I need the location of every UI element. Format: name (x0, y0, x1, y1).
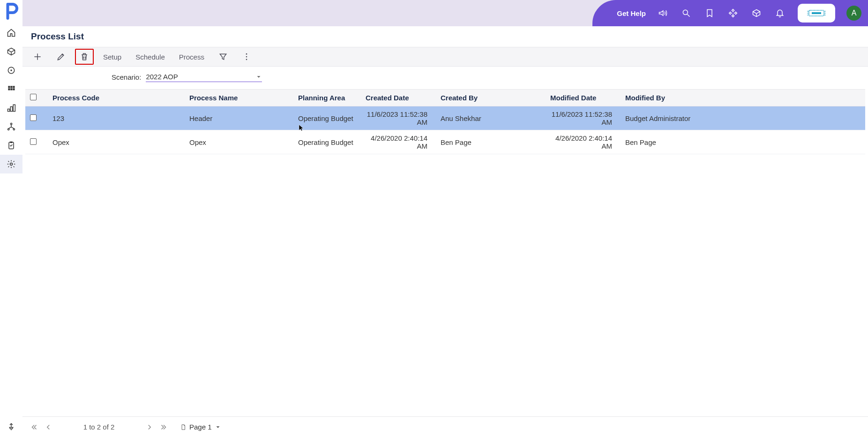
svg-point-12 (8, 128, 9, 130)
filter-button[interactable] (214, 49, 232, 65)
svg-rect-3 (10, 86, 12, 88)
row-checkbox[interactable] (30, 138, 37, 145)
col-modified-date[interactable]: Modified Date (546, 90, 621, 106)
cell-modified-by: Ben Page (621, 130, 865, 154)
col-process-name[interactable]: Process Name (185, 90, 293, 106)
select-all-checkbox[interactable] (30, 94, 37, 100)
cell-process-code: 123 (48, 106, 185, 130)
toolbar: Setup Schedule Process (22, 47, 868, 67)
page-label: Page 1 (189, 423, 212, 431)
cell-created-by: Anu Shekhar (436, 106, 546, 130)
svg-point-29 (246, 59, 247, 60)
page-title: Process List (31, 31, 84, 42)
svg-rect-7 (13, 88, 15, 90)
cell-modified-date: 11/6/2023 11:52:38 AM (546, 106, 621, 130)
cell-process-code: Opex (48, 130, 185, 154)
page-select[interactable]: Page 1 (180, 423, 221, 431)
svg-rect-9 (10, 107, 12, 112)
table-row[interactable]: 123 Header Operating Budget 11/6/2023 11… (25, 106, 865, 130)
svg-rect-6 (10, 88, 12, 90)
delete-button[interactable] (75, 49, 94, 65)
svg-rect-5 (8, 88, 10, 90)
svg-rect-2 (8, 86, 10, 88)
col-planning-area[interactable]: Planning Area (293, 90, 361, 106)
svg-point-18 (733, 13, 733, 14)
bell-icon[interactable] (771, 5, 788, 22)
add-button[interactable] (28, 49, 47, 65)
cell-modified-date: 4/26/2020 2:40:14 AM (546, 130, 621, 154)
announcement-icon[interactable] (654, 5, 671, 22)
cell-created-date: 11/6/2023 11:52:38 AM (361, 106, 436, 130)
more-button[interactable] (237, 49, 256, 65)
cell-planning-area: Operating Budget (293, 130, 361, 154)
svg-point-17 (683, 10, 688, 15)
nav-home[interactable] (0, 23, 22, 42)
next-page-button[interactable] (144, 422, 155, 432)
nav-structure[interactable] (0, 98, 22, 117)
nav-settings[interactable] (0, 155, 22, 173)
col-created-by[interactable]: Created By (436, 90, 546, 106)
crosshair-icon[interactable] (725, 5, 741, 22)
svg-rect-15 (10, 142, 13, 143)
scenario-label: Scenario: (112, 73, 141, 81)
cell-process-name: Header (185, 106, 293, 130)
nav-target[interactable] (0, 61, 22, 80)
cell-created-by: Ben Page (436, 130, 546, 154)
row-checkbox[interactable] (30, 114, 37, 121)
svg-point-1 (10, 69, 12, 71)
page-icon (180, 424, 187, 430)
pin-button[interactable] (0, 416, 22, 437)
setup-link[interactable]: Setup (98, 50, 126, 64)
scenario-value: 2022 AOP (146, 73, 178, 81)
first-page-button[interactable] (29, 422, 39, 432)
app-logo[interactable] (3, 3, 20, 20)
svg-point-16 (10, 163, 13, 166)
pager: 1 to 2 of 2 Page 1 (22, 416, 868, 437)
col-created-date[interactable]: Created Date (361, 90, 436, 106)
package-icon[interactable] (748, 5, 765, 22)
svg-rect-10 (13, 105, 15, 111)
left-nav (0, 0, 22, 437)
scenario-dropdown[interactable]: 2022 AOP (146, 72, 262, 82)
nav-cube[interactable] (0, 42, 22, 61)
nav-apps[interactable] (0, 80, 22, 98)
cell-created-date: 4/26/2020 2:40:14 AM (361, 130, 436, 154)
mouse-cursor (298, 124, 306, 131)
brand-chip[interactable] (798, 4, 835, 23)
svg-point-27 (246, 53, 247, 55)
table-row[interactable]: Opex Opex Operating Budget 4/26/2020 2:4… (25, 130, 865, 154)
edit-button[interactable] (52, 49, 70, 65)
svg-rect-20 (812, 12, 821, 14)
process-table: Process Code Process Name Planning Area … (25, 89, 865, 154)
top-header: Get Help (22, 0, 868, 26)
process-link[interactable]: Process (174, 50, 209, 64)
bookmark-icon[interactable] (701, 5, 718, 22)
get-help-link[interactable]: Get Help (617, 9, 646, 17)
chevron-down-icon (255, 74, 262, 80)
svg-rect-4 (13, 86, 15, 88)
col-process-code[interactable]: Process Code (48, 90, 185, 106)
svg-point-28 (246, 56, 247, 58)
search-icon[interactable] (678, 5, 695, 22)
svg-point-11 (10, 123, 12, 125)
user-avatar[interactable]: A (846, 6, 861, 21)
cell-modified-by: Budget Administrator (621, 106, 865, 130)
col-modified-by[interactable]: Modified By (621, 90, 865, 106)
schedule-link[interactable]: Schedule (131, 50, 170, 64)
pager-range: 1 to 2 of 2 (59, 423, 139, 431)
nav-clipboard[interactable] (0, 136, 22, 155)
last-page-button[interactable] (158, 422, 169, 432)
svg-rect-8 (8, 109, 10, 112)
chevron-down-icon (215, 424, 221, 430)
prev-page-button[interactable] (43, 422, 53, 432)
nav-hierarchy[interactable] (0, 117, 22, 136)
svg-point-13 (13, 128, 15, 130)
cell-process-name: Opex (185, 130, 293, 154)
